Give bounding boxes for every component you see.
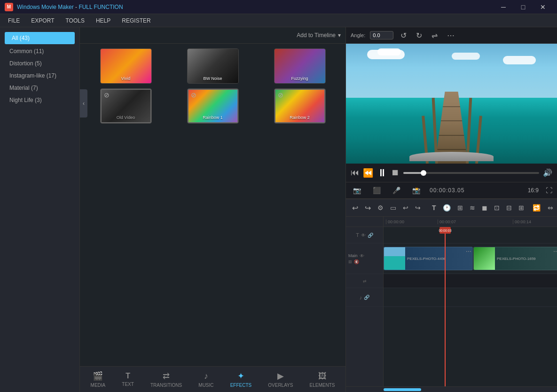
effects-icon: ✦ <box>237 371 244 381</box>
close-button[interactable]: ✕ <box>533 0 552 14</box>
ripple2-button[interactable]: ↪ <box>413 203 423 213</box>
effects-grid: Vivid BW Noise Fuzzying <box>80 44 345 366</box>
pan-button[interactable]: ⊟ <box>504 203 514 213</box>
tab-media[interactable]: 🎬 MEDIA <box>87 368 110 390</box>
clip-pexels-4496[interactable]: PEXELS-PHOTO-4496 ⋯ <box>384 247 473 270</box>
effect-thumb-rainbow2: ⊘ Rainbow 2 <box>274 88 326 124</box>
settings-button[interactable]: ⚙ <box>375 203 386 213</box>
skip-back-button[interactable]: ⏮ <box>351 168 359 178</box>
text-track-link[interactable]: 🔗 <box>368 233 373 238</box>
angle-input[interactable] <box>370 31 393 39</box>
horizontal-scrollbar[interactable] <box>346 386 557 392</box>
clip-thumb-2 <box>474 247 495 270</box>
clip-thumb-1 <box>384 247 405 270</box>
stop-button[interactable]: ⏹ <box>391 168 400 178</box>
tools-row: 📷 ⬛ 🎤 📸 00:00:03.05 16:9 ⛶ <box>346 182 557 199</box>
menu-export[interactable]: EXPORT <box>25 16 60 26</box>
menu-file[interactable]: FILE <box>2 16 25 26</box>
redo-button[interactable]: ↪ <box>362 202 373 214</box>
effect-oldvideo[interactable]: ⊘ Old Video <box>85 88 167 124</box>
undo-button[interactable]: ↩ <box>350 202 361 214</box>
track-labels: T 👁 🔗 Main 👁 ⊞ 🔇 <box>346 227 384 386</box>
effect-rainbow2[interactable]: ⊘ Rainbow 2 <box>259 88 341 124</box>
clip-more-1[interactable]: ⋯ <box>466 248 471 255</box>
mic-tool-button[interactable]: 🎤 <box>390 186 403 195</box>
step-back-button[interactable]: ⏪ <box>363 168 373 178</box>
audio-track-label: ♪ 🔗 <box>346 288 383 307</box>
preview-header: Angle: ↺ ↻ ⇌ ⋯ <box>346 27 557 44</box>
center-panel: Add to Timeline ▾ Vivid <box>80 27 345 392</box>
effect-bwnoise[interactable]: BW Noise <box>172 48 254 84</box>
tab-text[interactable]: T TEXT <box>118 369 138 389</box>
zoom-button[interactable]: ⊞ <box>516 203 526 213</box>
text-track-label: T 👁 🔗 <box>346 227 383 243</box>
mask-button[interactable]: ◼ <box>479 203 490 213</box>
flip-button[interactable]: ⇌ <box>429 30 440 41</box>
snapshot-tool-button[interactable]: 📸 <box>410 186 423 195</box>
more-button[interactable]: ⋯ <box>445 30 457 41</box>
playback-controls: ⏮ ⏪ ⏸ ⏹ 🔊 <box>346 164 557 182</box>
text-track-eye[interactable]: 👁 <box>361 233 366 238</box>
fullscreen-button[interactable]: ⛶ <box>546 187 552 194</box>
main-label: Main <box>348 253 358 258</box>
rotate-right-button[interactable]: ↻ <box>414 30 424 41</box>
select-button[interactable]: ▭ <box>388 203 399 213</box>
audio-track-link[interactable]: 🔗 <box>364 295 369 300</box>
timeline-right-controls: 🔁 ⇔ ⊢ ⊞ <box>530 203 557 213</box>
minimize-button[interactable]: ─ <box>494 0 513 14</box>
ripple-button[interactable]: ↩ <box>400 203 411 213</box>
effect-vivid[interactable]: Vivid <box>85 48 167 84</box>
menu-help[interactable]: HELP <box>90 16 116 26</box>
ruler-spacer <box>346 217 384 227</box>
effect-rainbow1[interactable]: ⊘ Rainbow 1 <box>172 88 254 124</box>
tab-elements[interactable]: 🖼 ELEMENTS <box>306 369 339 390</box>
main-track-mute[interactable]: 🔇 <box>354 259 359 264</box>
text-tool-button[interactable]: T <box>430 203 439 213</box>
ruler-row: 00:00:00 00:00:07 00:00:14 00:00:21 <box>346 217 557 227</box>
sidebar-item-nightlife[interactable]: Night Life (3) <box>2 94 77 106</box>
collapse-panel-button[interactable]: ‹ <box>80 89 87 118</box>
full-timeline: ↩ ↪ ⚙ ▭ ↩ ↪ T 🕐 ⊞ ≋ ◼ ⊡ ⊟ ⊞ 🔁 ⇔ ⊢ <box>346 199 557 392</box>
sidebar-item-material[interactable]: Material (7) <box>2 82 77 94</box>
menu-tools[interactable]: TOOLS <box>60 16 90 26</box>
maximize-button[interactable]: □ <box>514 0 533 14</box>
tab-music[interactable]: ♪ MUSIC <box>195 369 217 390</box>
time-button[interactable]: 🕐 <box>440 203 453 213</box>
link-button[interactable]: ⇔ <box>545 203 556 213</box>
sidebar-item-common[interactable]: Common (11) <box>2 45 77 57</box>
menu-register[interactable]: REGISTER <box>116 16 156 26</box>
right-panel: Angle: ↺ ↻ ⇌ ⋯ <box>345 27 557 392</box>
main-track-eye[interactable]: 👁 <box>360 253 364 259</box>
main-track-expand[interactable]: ⊞ <box>348 259 352 264</box>
scroll-thumb[interactable] <box>384 388 421 391</box>
play-button[interactable]: ⏸ <box>377 167 387 179</box>
volume-icon[interactable]: 🔊 <box>543 168 552 177</box>
clip-pexels-1659[interactable]: PEXELS-PHOTO-1659 ⋯ <box>473 247 557 270</box>
sidebar-item-distortion[interactable]: Distortion (5) <box>2 57 77 70</box>
motion-button[interactable]: ≋ <box>467 203 478 213</box>
effect-thumb-vivid: Vivid <box>100 48 152 84</box>
sidebar-item-instagram[interactable]: Instagram-like (17) <box>2 70 77 82</box>
left-panel: All (43) Common (11) Distortion (5) Inst… <box>0 27 80 392</box>
text-track-icon[interactable]: T <box>356 232 359 238</box>
record-tool-button[interactable]: ⬛ <box>370 186 383 195</box>
loop-button[interactable]: 🔁 <box>530 203 543 213</box>
camera-tool-button[interactable]: 📷 <box>351 186 363 195</box>
crop-button[interactable]: ⊡ <box>492 203 502 213</box>
timeline-body: T 👁 🔗 Main 👁 ⊞ 🔇 <box>346 227 557 386</box>
tab-effects[interactable]: ✦ EFFECTS <box>227 368 256 390</box>
progress-bar[interactable] <box>403 172 539 174</box>
add-to-timeline-btn[interactable]: Add to Timeline ▾ <box>297 32 341 39</box>
tab-transitions[interactable]: ⇄ TRANSITIONS <box>147 368 186 390</box>
rotate-left-button[interactable]: ↺ <box>398 30 409 41</box>
ruler: 00:00:00 00:00:07 00:00:14 00:00:21 <box>384 217 557 227</box>
split-button[interactable]: ⊞ <box>455 203 465 213</box>
effect-fuzzying[interactable]: Fuzzying <box>259 48 341 84</box>
angle-label: Angle: <box>351 32 365 38</box>
sidebar-item-all[interactable]: All (43) <box>5 32 75 44</box>
tabs-bar: 🎬 MEDIA T TEXT ⇄ TRANSITIONS ♪ MUSIC ✦ E… <box>80 366 345 392</box>
effect-thumb-fuzzying: Fuzzying <box>274 48 326 84</box>
clip-more-2[interactable]: ⋯ <box>553 248 557 255</box>
tab-overlays[interactable]: ▶ OVERLAYS <box>264 368 297 390</box>
effect-thumb-oldvideo: ⊘ Old Video <box>100 88 152 124</box>
